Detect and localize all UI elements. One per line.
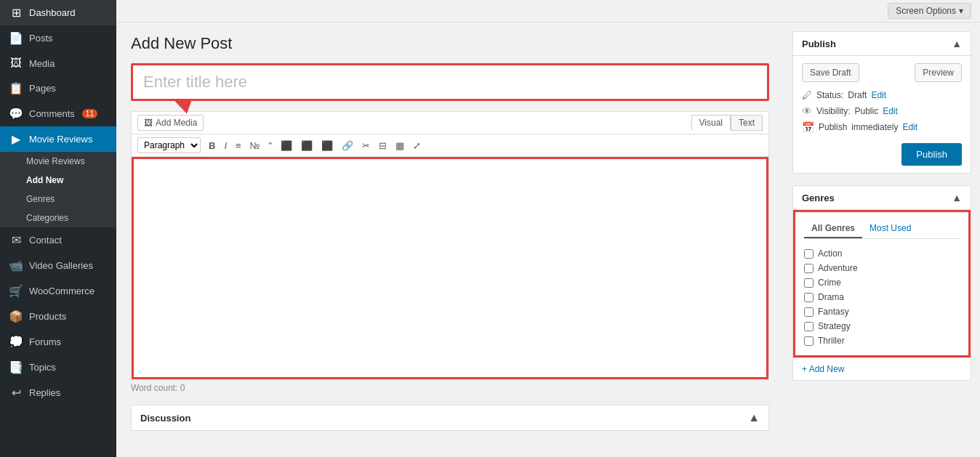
genre-label-thriller: Thriller <box>818 336 845 346</box>
sidebar-item-comments[interactable]: 💬 Comments 11 <box>0 101 116 126</box>
discussion-section-header[interactable]: Discussion ▲ <box>132 405 768 430</box>
genre-checkbox-thriller[interactable] <box>804 336 814 346</box>
sidebar: ⊞ Dashboard 📄 Posts 🖼 Media 📋 Pages 💬 Co… <box>0 0 116 457</box>
unordered-list-button[interactable]: ≡ <box>232 139 245 153</box>
sidebar-item-movie-reviews[interactable]: ▶ Movie Reviews <box>0 126 116 152</box>
paragraph-select[interactable]: Paragraph <box>137 137 201 153</box>
sidebar-item-woocommerce[interactable]: 🛒 WooCommerce <box>0 278 116 304</box>
preview-button[interactable]: Preview <box>915 63 962 82</box>
sidebar-item-label: WooCommerce <box>29 286 95 296</box>
visual-tab[interactable]: Visual <box>691 115 731 131</box>
sidebar-item-topics[interactable]: 📑 Topics <box>0 355 116 380</box>
genre-item-action: Action <box>804 246 960 261</box>
submenu-item-categories[interactable]: Categories <box>0 209 116 227</box>
woocommerce-icon: 🛒 <box>9 284 23 298</box>
publish-panel-title: Publish <box>802 39 836 49</box>
unlink-button[interactable]: ✂ <box>358 139 374 153</box>
link-button[interactable]: 🔗 <box>338 139 357 153</box>
post-title-input[interactable] <box>131 63 769 101</box>
sidebar-item-label: Dashboard <box>29 7 76 18</box>
sidebar-item-label: Video Galleries <box>29 260 93 271</box>
genre-item-adventure: Adventure <box>804 261 960 275</box>
sidebar-item-label: Pages <box>29 83 56 94</box>
sidebar-item-pages[interactable]: 📋 Pages <box>0 76 116 101</box>
genre-item-strategy: Strategy <box>804 319 960 333</box>
editor-toolbar-wrapper: 🖼 Add Media ◀ Visual Text <box>131 111 769 380</box>
publish-time-value: immediately <box>851 122 898 132</box>
status-value: Draft <box>848 90 867 100</box>
editor-view-tabs: Visual Text <box>691 115 763 131</box>
submenu-item-add-new[interactable]: Add New <box>0 171 116 190</box>
editor-area: Add New Post 🖼 Add Media ◀ Visual <box>116 23 784 457</box>
all-genres-tab[interactable]: All Genres <box>804 219 862 238</box>
table-button[interactable]: ▦ <box>392 139 408 153</box>
posts-icon: 📄 <box>9 31 23 45</box>
status-label: Status: <box>816 90 843 100</box>
genre-checkbox-action[interactable] <box>804 249 814 259</box>
screen-options-chevron-icon: ▾ <box>959 6 963 16</box>
page-title: Add New Post <box>131 34 769 53</box>
sidebar-item-replies[interactable]: ↩ Replies <box>0 380 116 405</box>
genres-tabs: All Genres Most Used <box>804 219 960 239</box>
comments-icon: 💬 <box>9 107 23 121</box>
sidebar-item-products[interactable]: 📦 Products <box>0 304 116 329</box>
sidebar-item-label: Products <box>29 311 66 322</box>
discussion-title: Discussion <box>140 413 190 424</box>
sidebar-item-label: Comments <box>29 108 75 119</box>
format-toolbar: Paragraph B I ≡ № " ⬛ ⬛ ⬛ 🔗 ✂ ⊟ ▦ ⤢ <box>132 134 768 157</box>
genre-label-crime: Crime <box>818 278 841 288</box>
publish-panel-body: Save Draft Preview 🖊 Status: Draft Edit … <box>793 56 971 173</box>
italic-button[interactable]: I <box>220 139 230 153</box>
sidebar-item-dashboard[interactable]: ⊞ Dashboard <box>0 0 116 25</box>
media-icon: 🖼 <box>9 57 23 70</box>
text-tab[interactable]: Text <box>731 115 763 131</box>
genre-item-crime: Crime <box>804 275 960 290</box>
genre-checkbox-adventure[interactable] <box>804 264 814 273</box>
save-draft-button[interactable]: Save Draft <box>802 63 859 82</box>
publish-panel: Publish ▲ Save Draft Preview 🖊 Sta <box>792 31 971 174</box>
publish-actions: Save Draft Preview <box>802 63 962 82</box>
most-used-tab[interactable]: Most Used <box>862 219 918 238</box>
visibility-edit-link[interactable]: Edit <box>883 106 898 116</box>
movie-reviews-submenu: Movie Reviews Add New Genres Categories <box>0 152 116 227</box>
publish-time-edit-link[interactable]: Edit <box>902 122 917 132</box>
align-right-button[interactable]: ⬛ <box>318 139 337 153</box>
submenu-item-genres[interactable]: Genres <box>0 190 116 209</box>
genre-checkbox-crime[interactable] <box>804 278 814 288</box>
video-galleries-icon: 📹 <box>9 259 23 272</box>
editor-content[interactable] <box>134 159 766 377</box>
forums-icon: 💭 <box>9 335 23 349</box>
sidebar-item-media[interactable]: 🖼 Media <box>0 51 116 76</box>
add-new-genre-link[interactable]: + Add New <box>793 357 971 380</box>
genre-checkbox-drama[interactable] <box>804 293 814 302</box>
ordered-list-button[interactable]: № <box>246 139 264 153</box>
screen-options-button[interactable]: Screen Options ▾ <box>888 3 971 19</box>
genre-checkbox-strategy[interactable] <box>804 322 814 331</box>
sidebar-item-label: Topics <box>29 362 56 373</box>
publish-time-label: Publish <box>819 122 847 132</box>
sidebar-item-video-galleries[interactable]: 📹 Video Galleries <box>0 253 116 278</box>
discussion-section: Discussion ▲ <box>131 405 769 431</box>
genre-checkbox-fantasy[interactable] <box>804 307 814 317</box>
insert-row-button[interactable]: ⊟ <box>375 139 390 153</box>
align-left-button[interactable]: ⬛ <box>277 139 296 153</box>
sidebar-item-forums[interactable]: 💭 Forums <box>0 329 116 355</box>
sidebar-item-label: Movie Reviews <box>29 134 92 145</box>
status-edit-link[interactable]: Edit <box>871 90 886 100</box>
submenu-item-movie-reviews[interactable]: Movie Reviews <box>0 152 116 171</box>
align-center-button[interactable]: ⬛ <box>297 139 316 153</box>
genre-label-action: Action <box>818 248 842 259</box>
bold-button[interactable]: B <box>205 139 219 153</box>
fullscreen-button[interactable]: ⤢ <box>409 139 425 153</box>
replies-icon: ↩ <box>9 386 23 400</box>
content-area: Add New Post 🖼 Add Media ◀ Visual <box>116 23 980 457</box>
comments-badge: 11 <box>82 109 97 118</box>
publish-button[interactable]: Publish <box>901 143 962 166</box>
products-icon: 📦 <box>9 310 23 323</box>
genre-item-drama: Drama <box>804 290 960 304</box>
right-sidebar: Publish ▲ Save Draft Preview 🖊 Sta <box>784 23 980 457</box>
sidebar-item-contact[interactable]: ✉ Contact <box>0 227 116 253</box>
blockquote-button[interactable]: " <box>265 139 276 153</box>
add-media-button[interactable]: 🖼 Add Media <box>137 115 204 131</box>
sidebar-item-posts[interactable]: 📄 Posts <box>0 25 116 51</box>
